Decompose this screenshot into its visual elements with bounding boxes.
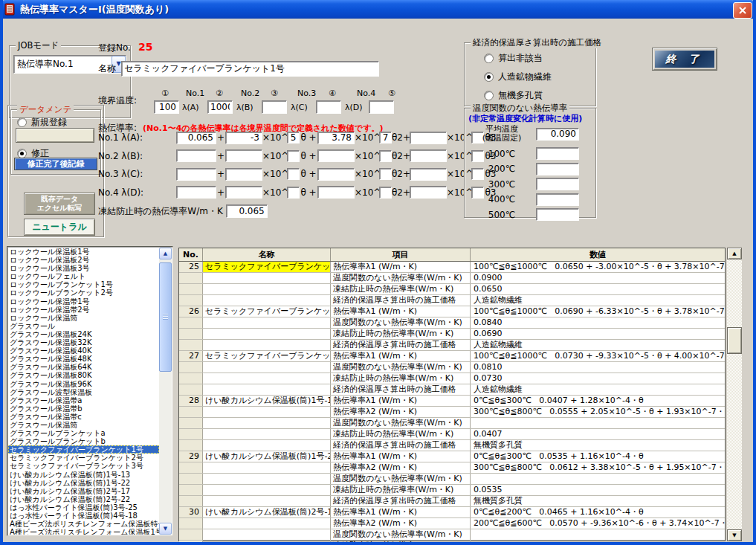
list-item[interactable]: グラスウールブランケットa [8, 429, 159, 437]
list-item[interactable]: ロックウールブランケット2号 [8, 288, 159, 297]
list-item[interactable]: ロックウール保温筒 [8, 314, 159, 322]
table-row[interactable]: 凍結防止時の熱伝導率(W/m・K)0.0465 [179, 541, 725, 545]
list-item[interactable]: グラスウール保温板40K [8, 346, 159, 355]
list-item[interactable]: グラスウール保温板80K [8, 371, 159, 379]
list-item[interactable]: はっ水性パーライト保温板(筒)3号-25 [8, 503, 159, 512]
list-item[interactable]: ロックウールブランケット1号 [8, 280, 159, 288]
exp2-input-3[interactable] [379, 168, 392, 180]
coef2-input-1[interactable] [317, 132, 355, 144]
table-row[interactable]: 経済的保温厚さ算出時の施工価格人造鉱物繊維 [179, 340, 725, 351]
list-item[interactable]: ロックウール保温帯1号 [8, 297, 159, 306]
list-item[interactable]: グラスウール [8, 322, 159, 330]
coef1-input-1[interactable] [225, 132, 262, 144]
list-item[interactable]: グラスウール保温板96K [8, 380, 159, 388]
table-row[interactable]: 凍結防止時の熱伝導率(W/m・K)0.0407 [179, 429, 725, 440]
list-scrollbar-thumb[interactable] [159, 262, 172, 372]
table-scrollbar[interactable]: ▲ ▼ [727, 248, 742, 541]
exp1-input-1[interactable] [287, 132, 300, 143]
list-item[interactable]: グラスウール保温板64K [8, 363, 159, 371]
titlebar[interactable]: 熱伝導率マスターⅠ(温度関数あり) [0, 0, 756, 19]
list-item[interactable]: A種ビーズ法ポリスチレンフォーム保温板特号 [8, 520, 159, 528]
exp2-input-2[interactable] [379, 150, 392, 162]
coef-const-input-2[interactable] [176, 149, 216, 162]
price-option-radio-icon[interactable] [484, 91, 494, 100]
price-option-3[interactable]: 無機多孔質 [484, 89, 552, 102]
list-item[interactable]: セラミックファイバーブランケット1号 [8, 445, 159, 454]
coef2-input-2[interactable] [317, 149, 355, 162]
list-item[interactable]: はっ水性パーライト保温板(筒)4号-18 [8, 512, 159, 520]
table-row[interactable]: 温度関数のない熱伝導率(W/m・K)0.0810 [179, 362, 725, 373]
table-row[interactable]: 凍結防止時の熱伝導率(W/m・K)0.0650 [179, 284, 725, 295]
list-scroll-up-icon[interactable]: ▲ [159, 248, 172, 259]
list-item[interactable]: けい酸カルシウム保温板(筒)2号-22 [8, 495, 159, 503]
list-item[interactable]: グラスウールブランケットb [8, 437, 159, 445]
table-scrollbar-thumb[interactable] [727, 327, 742, 354]
exit-button[interactable]: 終 了 [652, 48, 717, 71]
material-listbox[interactable]: ロックウール保温板1号ロックウール保温板2号ロックウール保温板3号ロックウールフ… [7, 246, 173, 536]
close-button[interactable] [733, 2, 752, 19]
table-row[interactable]: 凍結防止時の熱伝導率(W/m・K)0.0730 [179, 373, 725, 384]
table-row[interactable]: 27セラミックファイバーブランケット3号熱伝導率λ1 (W/m・K)100℃≦θ… [179, 351, 725, 362]
commit-after-edit-button[interactable]: 修正完了後記録 [14, 158, 97, 170]
boundary-temp-input-4[interactable] [316, 100, 341, 114]
exp2-input-4[interactable] [379, 187, 392, 199]
list-item[interactable]: グラスウール波型保温板 [8, 388, 159, 396]
list-scroll-down-icon[interactable]: ▼ [159, 523, 172, 535]
excel-export-button[interactable]: 既存データ エクセル転写 [24, 193, 95, 215]
coef-const-input-1[interactable] [176, 132, 216, 144]
table-row[interactable]: 28けい酸カルシウム保温板(筒)1号-13熱伝導率λ1 (W/m・K)0℃≦θ≦… [179, 396, 725, 407]
fixed-temp-input-4[interactable] [536, 193, 579, 206]
fixed-temp-input-5[interactable] [536, 208, 579, 221]
fixed-temp-input-1[interactable] [536, 147, 579, 160]
list-item[interactable]: グラスウール保温板32K [8, 338, 159, 346]
coef2-input-3[interactable] [317, 168, 355, 181]
boundary-temp-input-1[interactable] [154, 100, 179, 114]
list-item[interactable]: ロックウール保温板1号 [8, 248, 159, 256]
list-item[interactable]: セラミックファイバーブランケット2号 [8, 454, 159, 462]
list-item[interactable]: グラスウール保温帯b [8, 404, 159, 413]
list-item[interactable]: グラスウール保温板48K [8, 355, 159, 363]
boundary-temp-input-3[interactable] [262, 100, 287, 114]
coef3-input-3[interactable] [410, 168, 447, 181]
coef3-input-2[interactable] [410, 149, 447, 162]
table-scroll-down-icon[interactable]: ▼ [727, 529, 742, 541]
exp2-input-1[interactable] [379, 132, 392, 143]
coef3-input-4[interactable] [410, 186, 447, 199]
coef1-input-4[interactable] [225, 186, 262, 199]
boundary-temp-input-5[interactable] [369, 100, 394, 114]
table-row[interactable]: 熱伝導率λ2 (W/m・K)300℃≦θ≦800℃ 0.0612 + 3.38×… [179, 462, 725, 474]
coef-const-input-4[interactable] [176, 186, 216, 199]
new-registration-button[interactable] [16, 128, 94, 143]
table-row[interactable]: 30けい酸カルシウム保温板(筒)2号-17熱伝導率λ1 (W/m・K)0℃≦θ≦… [179, 507, 725, 518]
table-scroll-up-icon[interactable]: ▲ [727, 248, 742, 259]
list-item[interactable]: グラスウール保温板24K [8, 330, 159, 338]
coef1-input-3[interactable] [225, 168, 262, 181]
list-scrollbar[interactable]: ▲ ▼ [159, 248, 172, 535]
list-item[interactable]: ロックウール保温帯2号 [8, 306, 159, 314]
table-row[interactable]: 凍結防止時の熱伝導率(W/m・K)0.0535 [179, 485, 725, 496]
list-item[interactable]: A種ビーズ法ポリスチレンフォーム保温板1号 [8, 528, 159, 535]
exp1-input-2[interactable] [287, 150, 300, 162]
table-row[interactable]: 熱伝導率λ2 (W/m・K)300℃≦θ≦800℃ 0.0555 + 2.05×… [179, 407, 725, 418]
table-row[interactable]: 温度関数のない熱伝導率(W/m・K)0.0840 [179, 317, 725, 329]
price-option-1[interactable]: 算出非該当 [484, 52, 552, 65]
fixed-temp-input-3[interactable] [536, 178, 579, 190]
table-row[interactable]: 経済的保温厚さ算出時の施工価格無機質多孔質 [179, 496, 725, 507]
table-row[interactable]: 温度関数のない熱伝導率(W/m・K) [179, 474, 725, 485]
coef-const-input-3[interactable] [176, 168, 216, 181]
table-row[interactable]: 熱伝導率λ2 (W/m・K)200℃≦θ≦600℃ 0.0570 + -9.36… [179, 518, 725, 529]
price-option-radio-icon[interactable] [484, 54, 494, 63]
list-item[interactable]: ロックウール保温板2号 [8, 256, 159, 264]
table-row[interactable]: 温度関数のない熱伝導率(W/m・K) [179, 529, 725, 541]
table-row[interactable]: 温度関数のない熱伝導率(W/m・K)0.0900 [179, 273, 725, 284]
list-item[interactable]: グラスウール保温帯c [8, 413, 159, 421]
list-item[interactable]: ロックウール保温板3号 [8, 264, 159, 272]
list-item[interactable]: グラスウール保温帯a [8, 396, 159, 404]
boundary-temp-input-2[interactable] [207, 100, 233, 114]
antifreeze-input[interactable] [226, 204, 268, 218]
table-row[interactable]: 凍結防止時の熱伝導率(W/m・K)0.0690 [179, 329, 725, 340]
table-row[interactable]: 29けい酸カルシウム保温板(筒)1号-22熱伝導率λ1 (W/m・K)0℃≦θ≦… [179, 451, 725, 462]
exp1-input-3[interactable] [287, 168, 300, 180]
list-item[interactable]: セラミックファイバーブランケット3号 [8, 462, 159, 470]
list-item[interactable]: けい酸カルシウム保温板(筒)2号-17 [8, 487, 159, 495]
